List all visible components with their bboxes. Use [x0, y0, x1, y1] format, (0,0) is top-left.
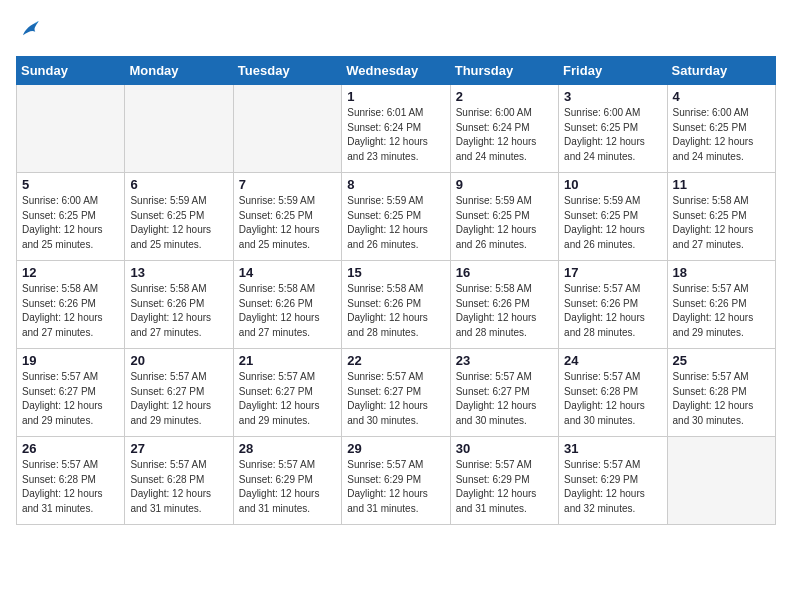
- day-number: 26: [22, 441, 119, 456]
- calendar-day-cell: 15Sunrise: 5:58 AM Sunset: 6:26 PM Dayli…: [342, 261, 450, 349]
- day-info: Sunrise: 5:59 AM Sunset: 6:25 PM Dayligh…: [456, 194, 553, 252]
- calendar-day-cell: 3Sunrise: 6:00 AM Sunset: 6:25 PM Daylig…: [559, 85, 667, 173]
- day-info: Sunrise: 5:57 AM Sunset: 6:28 PM Dayligh…: [673, 370, 770, 428]
- day-info: Sunrise: 5:57 AM Sunset: 6:28 PM Dayligh…: [130, 458, 227, 516]
- weekday-header-cell: Wednesday: [342, 57, 450, 85]
- day-info: Sunrise: 5:57 AM Sunset: 6:28 PM Dayligh…: [22, 458, 119, 516]
- day-number: 8: [347, 177, 444, 192]
- day-number: 14: [239, 265, 336, 280]
- day-info: Sunrise: 5:59 AM Sunset: 6:25 PM Dayligh…: [564, 194, 661, 252]
- calendar-body: 1Sunrise: 6:01 AM Sunset: 6:24 PM Daylig…: [17, 85, 776, 525]
- calendar-table: SundayMondayTuesdayWednesdayThursdayFrid…: [16, 56, 776, 525]
- day-info: Sunrise: 5:57 AM Sunset: 6:29 PM Dayligh…: [564, 458, 661, 516]
- day-number: 13: [130, 265, 227, 280]
- logo-icon: [16, 16, 44, 44]
- day-number: 7: [239, 177, 336, 192]
- day-number: 22: [347, 353, 444, 368]
- day-number: 18: [673, 265, 770, 280]
- day-info: Sunrise: 5:57 AM Sunset: 6:27 PM Dayligh…: [130, 370, 227, 428]
- day-info: Sunrise: 5:57 AM Sunset: 6:29 PM Dayligh…: [347, 458, 444, 516]
- weekday-header-cell: Sunday: [17, 57, 125, 85]
- day-info: Sunrise: 6:00 AM Sunset: 6:25 PM Dayligh…: [564, 106, 661, 164]
- day-info: Sunrise: 5:59 AM Sunset: 6:25 PM Dayligh…: [347, 194, 444, 252]
- calendar-day-cell: 29Sunrise: 5:57 AM Sunset: 6:29 PM Dayli…: [342, 437, 450, 525]
- day-number: 17: [564, 265, 661, 280]
- calendar-day-cell: 5Sunrise: 6:00 AM Sunset: 6:25 PM Daylig…: [17, 173, 125, 261]
- calendar-day-cell: 18Sunrise: 5:57 AM Sunset: 6:26 PM Dayli…: [667, 261, 775, 349]
- day-info: Sunrise: 5:59 AM Sunset: 6:25 PM Dayligh…: [239, 194, 336, 252]
- day-info: Sunrise: 5:58 AM Sunset: 6:26 PM Dayligh…: [347, 282, 444, 340]
- day-info: Sunrise: 5:57 AM Sunset: 6:29 PM Dayligh…: [239, 458, 336, 516]
- day-info: Sunrise: 5:58 AM Sunset: 6:26 PM Dayligh…: [22, 282, 119, 340]
- day-number: 12: [22, 265, 119, 280]
- day-number: 23: [456, 353, 553, 368]
- day-info: Sunrise: 5:57 AM Sunset: 6:28 PM Dayligh…: [564, 370, 661, 428]
- calendar-day-cell: 12Sunrise: 5:58 AM Sunset: 6:26 PM Dayli…: [17, 261, 125, 349]
- weekday-header-cell: Thursday: [450, 57, 558, 85]
- calendar-day-cell: [17, 85, 125, 173]
- day-number: 20: [130, 353, 227, 368]
- day-number: 11: [673, 177, 770, 192]
- day-number: 16: [456, 265, 553, 280]
- calendar-day-cell: 11Sunrise: 5:58 AM Sunset: 6:25 PM Dayli…: [667, 173, 775, 261]
- day-info: Sunrise: 5:57 AM Sunset: 6:26 PM Dayligh…: [673, 282, 770, 340]
- calendar-day-cell: 6Sunrise: 5:59 AM Sunset: 6:25 PM Daylig…: [125, 173, 233, 261]
- calendar-day-cell: 22Sunrise: 5:57 AM Sunset: 6:27 PM Dayli…: [342, 349, 450, 437]
- calendar-day-cell: [233, 85, 341, 173]
- calendar-day-cell: 26Sunrise: 5:57 AM Sunset: 6:28 PM Dayli…: [17, 437, 125, 525]
- logo: [16, 16, 48, 44]
- calendar-day-cell: 13Sunrise: 5:58 AM Sunset: 6:26 PM Dayli…: [125, 261, 233, 349]
- calendar-day-cell: 23Sunrise: 5:57 AM Sunset: 6:27 PM Dayli…: [450, 349, 558, 437]
- calendar-day-cell: 4Sunrise: 6:00 AM Sunset: 6:25 PM Daylig…: [667, 85, 775, 173]
- calendar-day-cell: 20Sunrise: 5:57 AM Sunset: 6:27 PM Dayli…: [125, 349, 233, 437]
- calendar-day-cell: 2Sunrise: 6:00 AM Sunset: 6:24 PM Daylig…: [450, 85, 558, 173]
- calendar-week-row: 5Sunrise: 6:00 AM Sunset: 6:25 PM Daylig…: [17, 173, 776, 261]
- weekday-header-cell: Friday: [559, 57, 667, 85]
- day-info: Sunrise: 6:00 AM Sunset: 6:25 PM Dayligh…: [22, 194, 119, 252]
- calendar-day-cell: 28Sunrise: 5:57 AM Sunset: 6:29 PM Dayli…: [233, 437, 341, 525]
- day-number: 5: [22, 177, 119, 192]
- day-number: 28: [239, 441, 336, 456]
- calendar-day-cell: [125, 85, 233, 173]
- day-info: Sunrise: 6:00 AM Sunset: 6:24 PM Dayligh…: [456, 106, 553, 164]
- day-info: Sunrise: 6:01 AM Sunset: 6:24 PM Dayligh…: [347, 106, 444, 164]
- weekday-header-cell: Monday: [125, 57, 233, 85]
- day-number: 15: [347, 265, 444, 280]
- calendar-day-cell: 14Sunrise: 5:58 AM Sunset: 6:26 PM Dayli…: [233, 261, 341, 349]
- day-info: Sunrise: 5:57 AM Sunset: 6:27 PM Dayligh…: [22, 370, 119, 428]
- day-info: Sunrise: 5:57 AM Sunset: 6:27 PM Dayligh…: [456, 370, 553, 428]
- day-number: 29: [347, 441, 444, 456]
- day-info: Sunrise: 5:57 AM Sunset: 6:27 PM Dayligh…: [347, 370, 444, 428]
- day-number: 6: [130, 177, 227, 192]
- calendar-day-cell: 31Sunrise: 5:57 AM Sunset: 6:29 PM Dayli…: [559, 437, 667, 525]
- day-number: 9: [456, 177, 553, 192]
- day-info: Sunrise: 5:58 AM Sunset: 6:25 PM Dayligh…: [673, 194, 770, 252]
- calendar-day-cell: 30Sunrise: 5:57 AM Sunset: 6:29 PM Dayli…: [450, 437, 558, 525]
- calendar-day-cell: 27Sunrise: 5:57 AM Sunset: 6:28 PM Dayli…: [125, 437, 233, 525]
- calendar-day-cell: 17Sunrise: 5:57 AM Sunset: 6:26 PM Dayli…: [559, 261, 667, 349]
- day-info: Sunrise: 5:59 AM Sunset: 6:25 PM Dayligh…: [130, 194, 227, 252]
- day-info: Sunrise: 5:57 AM Sunset: 6:27 PM Dayligh…: [239, 370, 336, 428]
- day-number: 31: [564, 441, 661, 456]
- calendar-day-cell: 19Sunrise: 5:57 AM Sunset: 6:27 PM Dayli…: [17, 349, 125, 437]
- calendar-day-cell: 8Sunrise: 5:59 AM Sunset: 6:25 PM Daylig…: [342, 173, 450, 261]
- day-info: Sunrise: 5:57 AM Sunset: 6:26 PM Dayligh…: [564, 282, 661, 340]
- day-info: Sunrise: 5:58 AM Sunset: 6:26 PM Dayligh…: [456, 282, 553, 340]
- day-number: 27: [130, 441, 227, 456]
- calendar-day-cell: 21Sunrise: 5:57 AM Sunset: 6:27 PM Dayli…: [233, 349, 341, 437]
- page-header: [16, 16, 776, 44]
- day-number: 1: [347, 89, 444, 104]
- day-number: 30: [456, 441, 553, 456]
- calendar-day-cell: 24Sunrise: 5:57 AM Sunset: 6:28 PM Dayli…: [559, 349, 667, 437]
- day-number: 10: [564, 177, 661, 192]
- calendar-day-cell: 7Sunrise: 5:59 AM Sunset: 6:25 PM Daylig…: [233, 173, 341, 261]
- calendar-week-row: 12Sunrise: 5:58 AM Sunset: 6:26 PM Dayli…: [17, 261, 776, 349]
- day-info: Sunrise: 5:58 AM Sunset: 6:26 PM Dayligh…: [130, 282, 227, 340]
- day-number: 24: [564, 353, 661, 368]
- calendar-week-row: 19Sunrise: 5:57 AM Sunset: 6:27 PM Dayli…: [17, 349, 776, 437]
- day-info: Sunrise: 5:57 AM Sunset: 6:29 PM Dayligh…: [456, 458, 553, 516]
- day-info: Sunrise: 6:00 AM Sunset: 6:25 PM Dayligh…: [673, 106, 770, 164]
- day-number: 3: [564, 89, 661, 104]
- calendar-week-row: 1Sunrise: 6:01 AM Sunset: 6:24 PM Daylig…: [17, 85, 776, 173]
- day-number: 2: [456, 89, 553, 104]
